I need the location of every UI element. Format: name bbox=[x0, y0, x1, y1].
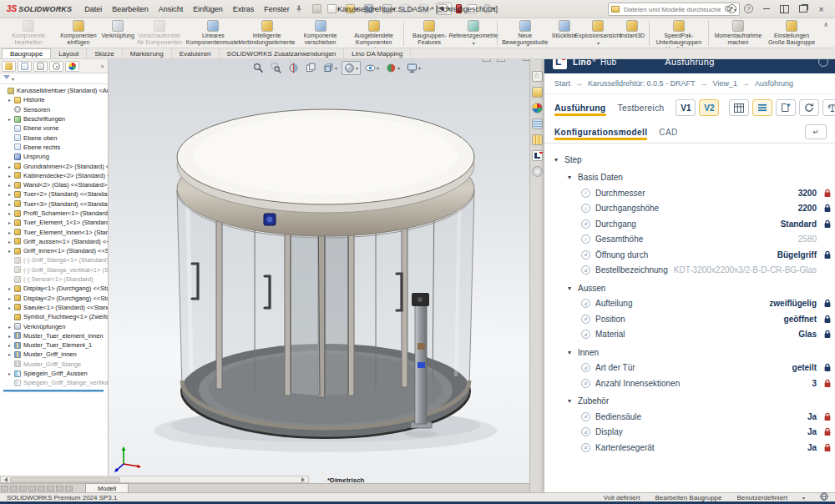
tree-item-spiegeln-griff-stange-ve[interactable]: Spiegeln_Griff_Stange_vertikal bbox=[0, 378, 108, 387]
dropdown-caret-icon[interactable]: ▾ bbox=[337, 6, 340, 12]
param-durchgang[interactable]: dDurchgangStandard bbox=[544, 216, 835, 232]
group-basis-daten[interactable]: ▾Basis Daten bbox=[544, 170, 835, 186]
dropdown-caret-icon[interactable]: ▾ bbox=[377, 65, 379, 71]
expand-caret-icon[interactable]: ▸ bbox=[8, 201, 14, 207]
param-value[interactable]: Ja bbox=[807, 427, 817, 436]
tile-button[interactable] bbox=[779, 3, 790, 14]
tree-item-muster-tuer-element-1[interactable]: ▸Muster_Tuer_Element_1 bbox=[0, 340, 108, 350]
search-input[interactable] bbox=[622, 5, 722, 14]
options-button[interactable]: ▾ bbox=[481, 3, 497, 15]
tab-dimxpert[interactable] bbox=[49, 61, 63, 72]
save-button[interactable]: ▾ bbox=[362, 3, 378, 15]
edit-appearance-button[interactable]: ▾ bbox=[383, 61, 402, 75]
version-button-v2[interactable]: V2 bbox=[699, 99, 719, 116]
home-button[interactable] bbox=[311, 3, 323, 15]
lock-icon[interactable] bbox=[823, 427, 835, 436]
param-value[interactable]: Bügelgriff bbox=[777, 250, 817, 260]
menu-bearbeiten[interactable]: Bearbeiten bbox=[108, 3, 153, 15]
tree-item-karusselldrehtuer-stand[interactable]: Karusselldrehtuer (Standard) <Anzeigen bbox=[0, 86, 108, 95]
tree-item-tuer-2-standard-sta[interactable]: ▸Tuer<2> (Standard) <<Standard>_Anz bbox=[0, 189, 108, 199]
expand-caret-icon[interactable]: ▸ bbox=[8, 285, 14, 291]
tab-configurationmanager[interactable] bbox=[33, 61, 48, 72]
lino-icon[interactable] bbox=[532, 150, 543, 161]
menu-einfügen[interactable]: Einfügen bbox=[189, 3, 227, 15]
table-button[interactable] bbox=[466, 3, 478, 15]
tab-skizze[interactable]: Skizze bbox=[87, 48, 123, 58]
tab-ausführung[interactable]: Ausführung bbox=[554, 98, 606, 118]
komponenten-einfügen-button[interactable]: Komponenten einfügen▾ bbox=[54, 19, 104, 48]
breadcrumb-ausführung[interactable]: Ausführung bbox=[755, 79, 793, 88]
expand-caret-icon[interactable]: ▸ bbox=[8, 305, 14, 310]
referenzgeometrie-button[interactable]: Referenzgeometrie▾ bbox=[453, 19, 494, 47]
tab-markierung[interactable]: Markierung bbox=[123, 48, 172, 58]
lock-icon[interactable] bbox=[823, 363, 835, 372]
lock-icon[interactable] bbox=[823, 379, 835, 388]
tree-item-ebene-vorne[interactable]: Ebene vorne bbox=[0, 123, 108, 133]
home-icon[interactable] bbox=[532, 71, 543, 82]
tab-lino-da-mapping[interactable]: Lino DA Mapping bbox=[344, 48, 411, 58]
param-gesamthöhe[interactable]: iGesamthöhe2580 bbox=[544, 232, 835, 248]
group-zubehör[interactable]: ▾Zubehör bbox=[544, 394, 835, 410]
tree-item-sensoren[interactable]: Sensoren bbox=[0, 105, 108, 114]
param-anzahl-innensektionen[interactable]: dAnzahl Innensektionen3 bbox=[544, 375, 835, 391]
minimize-button[interactable] bbox=[761, 3, 772, 14]
model-display-unit[interactable] bbox=[264, 214, 276, 225]
restore-button[interactable] bbox=[797, 3, 808, 14]
collapse-caret-icon[interactable]: ▾ bbox=[568, 174, 578, 181]
view-scene-button[interactable]: ▾ bbox=[404, 61, 423, 75]
collapse-caret-icon[interactable]: ▾ bbox=[568, 397, 578, 405]
zoom-fit-button[interactable] bbox=[250, 61, 266, 75]
param-value[interactable]: geöffnet bbox=[784, 315, 817, 324]
test-button[interactable] bbox=[822, 99, 835, 116]
tab-baugruppe[interactable]: Baugruppe bbox=[2, 48, 51, 58]
tree-item-muster-tuer-element-inne[interactable]: ▸Muster_Tuer_element_innen bbox=[0, 331, 108, 340]
tree-item-griff-stange-vertika[interactable]: (-) Griff_Stange_vertikal<1> (Standard) bbox=[0, 265, 108, 275]
dropdown-caret-icon[interactable]: ▾ bbox=[493, 6, 495, 12]
collapse-caret-icon[interactable]: ▾ bbox=[568, 285, 578, 292]
tab-featuremanager[interactable] bbox=[2, 61, 16, 72]
tree-item-ebene-rechts[interactable]: Ebene rechts bbox=[0, 143, 108, 152]
einstellungen-große-baugruppe-button[interactable]: Einstellungen Große Baugruppe bbox=[765, 19, 818, 47]
dropdown-caret-icon[interactable]: ▾ bbox=[448, 6, 450, 12]
dropdown-caret-icon[interactable]: ▾ bbox=[473, 40, 475, 46]
param-value[interactable]: Standard bbox=[781, 219, 817, 229]
param-öffnung-durch[interactable]: dÖffnung durchBügelgriff bbox=[544, 247, 835, 263]
breadcrumb-start[interactable]: Start bbox=[554, 79, 570, 88]
expand-caret-icon[interactable]: ▸ bbox=[8, 295, 14, 301]
expand-caret-icon[interactable]: ▸ bbox=[8, 210, 14, 216]
param-value[interactable]: 3 bbox=[812, 379, 817, 388]
tab-solidworks-zusatzanwendungen[interactable]: SOLIDWORKS Zusatzanwendungen bbox=[220, 48, 345, 58]
menu-ansicht[interactable]: Ansicht bbox=[154, 3, 188, 15]
lock-icon[interactable] bbox=[823, 315, 835, 324]
lock-icon[interactable] bbox=[823, 412, 835, 421]
refresh-button[interactable] bbox=[799, 99, 819, 116]
breadcrumb-view-1[interactable]: View_1 bbox=[713, 79, 737, 88]
revolving-door-model[interactable] bbox=[121, 97, 522, 481]
param-value[interactable]: 2200 bbox=[798, 204, 817, 213]
open-button[interactable]: ▾ bbox=[344, 3, 360, 15]
toolbox-icon[interactable] bbox=[532, 134, 543, 145]
tab-modell[interactable]: Modell bbox=[85, 483, 129, 492]
explosionsansicht-button[interactable]: Explosionsansicht▾ bbox=[579, 19, 618, 47]
param-value[interactable]: 2580 bbox=[798, 234, 817, 244]
previous-view-button[interactable] bbox=[303, 61, 319, 75]
search-box[interactable]: ▾ bbox=[608, 3, 740, 16]
expand-caret-icon[interactable]: ▸ bbox=[8, 248, 14, 254]
lock-icon[interactable] bbox=[823, 443, 835, 452]
group-aussen[interactable]: ▾Aussen bbox=[544, 280, 835, 296]
tree-item-saeule-1-standard-s[interactable]: ▸Saeule<1> (Standard) <<Standard> bbox=[0, 303, 108, 312]
dropdown-caret-icon[interactable]: ▾ bbox=[392, 6, 395, 12]
lock-icon[interactable] bbox=[823, 250, 835, 260]
param-value[interactable]: Glas bbox=[798, 330, 817, 339]
dropdown-caret-icon[interactable]: ▾ bbox=[411, 6, 413, 12]
tree-item-display-1-durchgang[interactable]: ▸Display<1> (Durchgang) <<Standard bbox=[0, 284, 108, 293]
lineares-komponentenmuster-button[interactable]: Lineares Komponentenmuster▾ bbox=[186, 19, 240, 48]
lock-icon[interactable] bbox=[823, 299, 835, 308]
section-step[interactable]: ▾Step bbox=[544, 152, 835, 168]
tree-item-tuer-element-innen-1-s[interactable]: ▸Tuer_Element_Innen<1> (Standard) bbox=[0, 227, 108, 236]
version-button-v1[interactable]: V1 bbox=[676, 99, 696, 116]
instant3d-button[interactable]: Instant3D bbox=[618, 19, 646, 40]
tree-item-muster-griff-innen[interactable]: ▸Muster_Griff_innen bbox=[0, 350, 108, 359]
close-button[interactable]: × bbox=[816, 3, 827, 14]
momentaufnahme-machen-button[interactable]: Momentaufnahme machen bbox=[711, 19, 765, 47]
